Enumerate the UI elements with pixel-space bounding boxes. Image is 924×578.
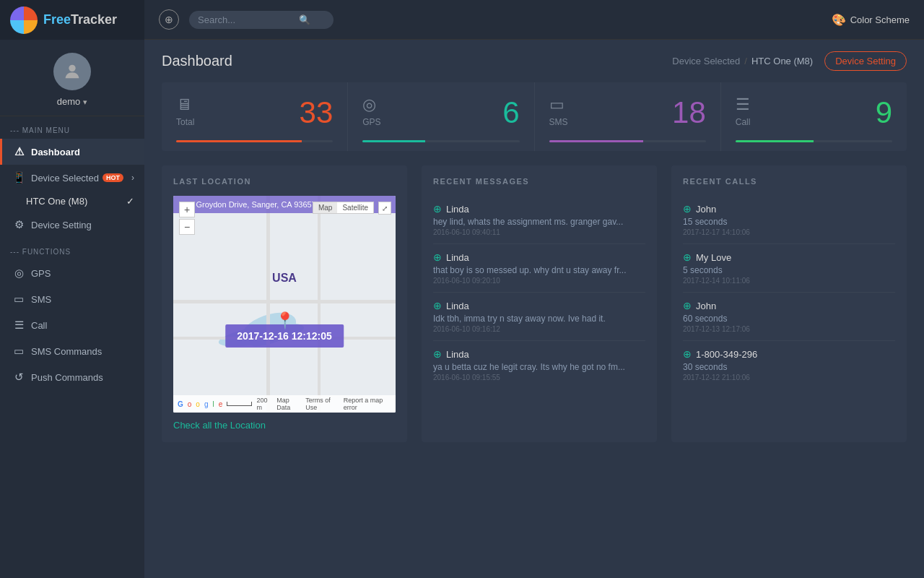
sms-label: SMS	[549, 117, 568, 127]
call-icon-0: ⊕	[683, 203, 692, 215]
back-button[interactable]: ⊕	[159, 9, 179, 30]
back-icon: ⊕	[165, 14, 173, 25]
message-item: ⊕ Linda Idk tbh, imma try n stay away no…	[433, 293, 645, 341]
msg-icon-0: ⊕	[433, 203, 442, 215]
gps-bar	[362, 140, 519, 142]
sms-stat-icon: ▭	[549, 95, 568, 114]
search-input[interactable]	[198, 14, 299, 25]
map-scale-label: 200 m	[256, 397, 272, 411]
device-selected-icon: 📱	[12, 171, 25, 184]
sidebar-item-call[interactable]: ☰ Call	[0, 312, 144, 338]
color-scheme-button[interactable]: 🎨 Color Scheme	[832, 13, 910, 27]
device-sub-item[interactable]: HTC One (M8) ✓	[0, 191, 144, 212]
msg-icon-3: ⊕	[433, 348, 442, 360]
call-duration-1: 5 seconds	[683, 265, 895, 275]
call-time-0: 2017-12-17 14:10:06	[683, 228, 895, 236]
sidebar-item-push-commands[interactable]: ↺ Push Commands	[0, 364, 144, 390]
call-icon-3: ⊕	[683, 348, 692, 360]
call-icon: ☰	[12, 319, 25, 332]
sidebar-item-label: GPS	[31, 268, 51, 279]
map-zoom-controls: + −	[179, 202, 195, 235]
page-title: Dashboard	[162, 53, 232, 69]
map-type-map[interactable]: Map	[313, 202, 337, 213]
sidebar-item-label: Call	[31, 320, 47, 331]
map-country: USA	[272, 272, 297, 285]
search-bar: 🔍	[189, 11, 334, 29]
map-panel: LAST LOCATION 530 Groydon Drive, Sanger,…	[162, 165, 407, 442]
call-duration-3: 30 seconds	[683, 362, 895, 372]
msg-name-2: Linda	[446, 301, 469, 311]
search-icon: 🔍	[299, 14, 310, 25]
color-scheme-label: Color Scheme	[850, 14, 910, 25]
msg-text-1: that boy is so messed up. why dnt u stay…	[433, 265, 645, 275]
call-name: ⊕ John	[683, 300, 895, 311]
main-menu-label: --- MAIN MENU	[0, 116, 144, 139]
stat-total: 🖥 Total 33	[162, 82, 348, 151]
call-name-1: My Love	[696, 252, 731, 263]
google-logo: G	[178, 400, 183, 408]
stats-row: 🖥 Total 33 ◎ GPS 6 ▭ SMS	[162, 82, 907, 151]
call-name: ⊕ 1-800-349-296	[683, 348, 895, 360]
logo-text: FreeTracker	[43, 12, 117, 27]
sidebar-item-device-selected[interactable]: 📱 Device Selected HOT ›	[0, 165, 144, 191]
checkmark-icon: ✓	[126, 196, 134, 207]
bottom-panels: LAST LOCATION 530 Groydon Drive, Sanger,…	[162, 165, 907, 442]
sidebar-item-gps[interactable]: ◎ GPS	[0, 260, 144, 286]
chevron-right-icon: ›	[131, 173, 134, 183]
call-bar	[736, 140, 892, 142]
map-type-satellite[interactable]: Satellite	[337, 202, 373, 213]
call-item: ⊕ John 60 seconds 2017-12-13 12:17:06	[683, 293, 895, 341]
msg-sender: ⊕ Linda	[433, 203, 645, 215]
map-marker: 📍	[275, 311, 295, 330]
call-item: ⊕ My Love 5 seconds 2017-12-14 10:11:06	[683, 244, 895, 293]
sidebar-item-dashboard[interactable]: ⚠ Dashboard	[0, 139, 144, 165]
total-bar	[176, 140, 333, 142]
gps-value: 6	[502, 95, 519, 130]
main-content: ⊕ 🔍 🎨 Color Scheme Dashboard Device Sele…	[144, 0, 924, 578]
msg-text-0: hey lind, whats the assignment ms. grang…	[433, 217, 645, 227]
map-expand-button[interactable]: ⤢	[378, 202, 391, 215]
sidebar-item-label: SMS	[31, 294, 51, 305]
logo: FreeTracker	[0, 0, 144, 40]
msg-sender: ⊕ Linda	[433, 251, 645, 263]
message-item: ⊕ Linda hey lind, whats the assignment m…	[433, 196, 645, 244]
sms-bar	[549, 140, 706, 142]
stat-sms: ▭ SMS 18	[535, 82, 721, 151]
device-setting-button[interactable]: Device Setting	[824, 51, 907, 71]
logo-icon	[10, 7, 38, 34]
username[interactable]: demo▾	[57, 96, 88, 107]
topbar: ⊕ 🔍 🎨 Color Scheme	[144, 0, 924, 40]
check-location-link[interactable]: Check all the Location	[173, 420, 396, 431]
call-icon-1: ⊕	[683, 251, 692, 263]
sidebar-item-sms[interactable]: ▭ SMS	[0, 286, 144, 312]
svg-point-0	[69, 65, 75, 72]
sidebar-item-label: Device Setting	[31, 220, 92, 230]
map-container[interactable]: 530 Groydon Drive, Sanger, CA 93657, USA…	[173, 196, 396, 413]
gps-stat-icon: ◎	[362, 95, 380, 114]
zoom-out-button[interactable]: −	[179, 219, 195, 235]
call-name-3: 1-800-349-296	[696, 349, 757, 360]
map-data-label: Map Data	[276, 397, 301, 411]
sidebar-item-device-setting[interactable]: ⚙ Device Setting	[0, 212, 144, 238]
call-duration-0: 15 seconds	[683, 217, 895, 227]
call-duration-2: 60 seconds	[683, 314, 895, 324]
message-item: ⊕ Linda ya u betta cuz he legit cray. It…	[433, 341, 645, 389]
messages-panel-title: RECENT MESSAGES	[433, 177, 645, 186]
sms-value: 18	[672, 95, 706, 130]
breadcrumb: Device Selected / HTC One (M8)	[672, 56, 813, 66]
msg-icon-1: ⊕	[433, 251, 442, 263]
msg-name-3: Linda	[446, 349, 469, 360]
sidebar-item-label: SMS Commands	[31, 346, 102, 357]
map-footer: Google 200 m Map Data Terms of Use Repor…	[173, 395, 396, 413]
breadcrumb-current: HTC One (M8)	[751, 56, 813, 66]
map-background: 530 Groydon Drive, Sanger, CA 93657, USA…	[173, 196, 396, 413]
msg-time-1: 2016-06-10 09:20:10	[433, 277, 645, 285]
call-stat-icon: ☰	[736, 95, 751, 114]
stat-gps: ◎ GPS 6	[348, 82, 534, 151]
zoom-in-button[interactable]: +	[179, 202, 195, 217]
hot-badge: HOT	[103, 173, 123, 182]
sidebar-item-sms-commands[interactable]: ▭ SMS Commands	[0, 338, 144, 364]
map-type-buttons: Map Satellite	[313, 202, 374, 214]
breadcrumb-separator: /	[744, 56, 747, 66]
user-section: demo▾	[0, 40, 144, 116]
